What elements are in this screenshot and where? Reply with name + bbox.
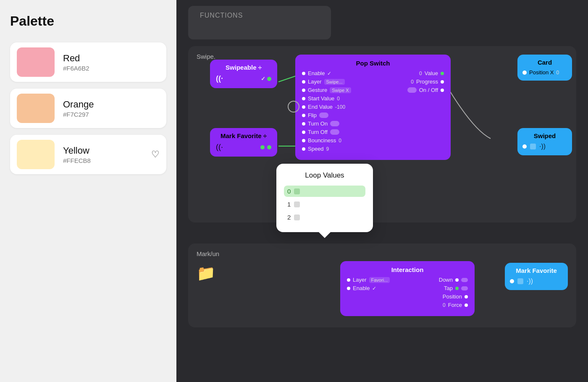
functions-label: FUNCTIONS [200,12,243,19]
markfav-dot-green2 [267,145,271,149]
interaction-node[interactable]: Interaction Layer Favori... Enable ✓ Dow… [340,261,475,316]
ps-row-onoff: On / Off [373,87,444,93]
ps-row-turnon: Turn On [302,120,373,127]
color-info-orange: Orange #F7C297 [63,99,160,118]
card-node[interactable]: Card Position X 0 [517,55,572,81]
mf-body: ·)) [510,277,563,285]
popup-arrow [319,232,331,238]
color-name-orange: Orange [63,99,160,110]
int-row-enable: Enable ✓ [347,285,407,291]
int-row-position: Position [408,293,468,300]
color-name-red: Red [63,53,160,64]
loop-item-0[interactable]: 0 [284,186,365,197]
ps-row-start: Start Value 0 [302,95,373,102]
ps-dot [302,97,305,100]
canvas-panel: FUNCTIONS Swipe. Swipeable ÷ ((· ✓ [176,0,588,382]
ps-dot [302,80,305,84]
loop-item-sq-1 [294,201,300,207]
circle-icon [288,101,299,113]
palette-title: Palette [10,13,166,29]
swipeable-node[interactable]: Swipeable ÷ ((· ✓ [210,60,277,88]
markun-label: Mark/un [197,250,219,257]
wave-icon-swiped: ·)) [539,143,546,150]
loop-item-sq-2 [294,215,300,220]
ps-row-turnoff: Turn Off [302,129,373,135]
ps-left: Enable ✓ Layer Swipe... Gesture Swipe X … [302,70,373,154]
markfav-dot-green [260,145,265,149]
pop-switch-body: Enable ✓ Layer Swipe... Gesture Swipe X … [302,70,444,154]
swiped-body: ·)) [522,143,567,150]
ps-right: 0 Value 0 Progress On / Off [373,70,444,154]
ps-dot [302,72,305,75]
color-name-yellow: Yellow [63,145,143,156]
swiped-dot [522,144,527,149]
card-title: Card [522,59,567,66]
color-hex-red: #F6A6B2 [63,65,160,72]
loop-item-label-1: 1 [287,201,291,208]
color-card-red[interactable]: Red #F6A6B2 [10,42,166,82]
ps-row-progress: 0 Progress [373,78,444,85]
ps-row-end: End Value -100 [302,104,373,110]
ps-row-speed: Speed 9 [302,146,373,152]
mark-fav-int-node[interactable]: Mark Favorite ·)) [505,263,568,290]
ps-row-bounciness: Bounciness 0 [302,137,373,144]
loop-item-2[interactable]: 2 [284,212,365,223]
color-info-yellow: Yellow #FFECB8 [63,145,143,164]
swiped-node[interactable]: Swiped ·)) [517,128,572,155]
ps-dot [302,139,305,142]
interaction-body: Layer Favori... Enable ✓ Down Tap Positi… [347,277,468,310]
markun-section-label: Mark/un [197,250,568,257]
color-swatch-yellow [17,140,55,169]
color-hex-yellow: #FFECB8 [63,157,143,164]
wave-icon-swipeable: ((· [216,74,223,83]
int-row-layer: Layer Favori... [347,277,407,283]
folder-icon: 📁 [197,264,215,282]
ps-row-layer: Layer Swipe... [302,78,373,85]
color-card-orange[interactable]: Orange #F7C297 [10,89,166,128]
mark-fav-swipe-node[interactable]: Mark Favorite ÷ ((· [210,128,277,157]
color-card-yellow[interactable]: Yellow #FFECB8 ♡ [10,135,166,174]
ps-dot [302,114,305,117]
int-row-down: Down [408,277,468,283]
mark-fav-swipe-title: Mark Favorite ÷ [216,132,271,139]
swiped-square [530,144,536,149]
loop-item-sq-0 [294,188,300,194]
loop-values-popup[interactable]: Loop Values 0 1 2 [276,164,373,232]
ps-dot [302,147,305,151]
swipeable-bottom-row: ((· ✓ [216,74,271,83]
int-row-force: 0 Force [408,302,468,308]
loop-item-1[interactable]: 1 [284,199,365,210]
swiped-title: Swiped [522,132,567,139]
color-swatch-red [17,47,55,77]
int-dot-tap [455,287,459,290]
ps-row-flip: Flip [302,112,373,118]
int-left: Layer Favori... Enable ✓ [347,277,407,310]
int-dot-pos [465,295,468,298]
loop-item-label-2: 2 [287,214,291,221]
wave-icon-markfav: ((· [216,143,223,152]
loop-values-title: Loop Values [284,171,365,180]
card-position-value: 0 [556,70,559,76]
color-info-red: Red #F6A6B2 [63,53,160,72]
loop-item-label-0: 0 [287,188,291,195]
mf-square [517,278,523,284]
swipeable-check: ✓ [261,76,265,82]
wave-icon-mf: ·)) [527,277,533,285]
int-row-tap: Tap [408,285,468,291]
mf-dot [510,279,514,283]
mark-fav-int-title: Mark Favorite [510,267,563,274]
color-swatch-orange [17,94,55,123]
swipeable-dot [267,77,271,81]
swipe-section: Swipe. Swipeable ÷ ((· ✓ Pop Switch [188,46,576,222]
card-dot [522,71,527,75]
pop-switch-node[interactable]: Pop Switch Enable ✓ Layer Swipe... Gestu… [295,55,451,160]
int-dot-down [455,278,459,282]
int-dot-force [465,304,468,307]
int-right: Down Tap Position 0 Force [408,277,468,310]
mark-fav-swipe-bottom: ((· [216,143,271,152]
interaction-title: Interaction [347,266,468,273]
ps-dot [302,105,305,109]
pop-switch-left-dot [288,101,299,114]
functions-block: FUNCTIONS [188,6,331,39]
heart-icon[interactable]: ♡ [151,149,160,160]
